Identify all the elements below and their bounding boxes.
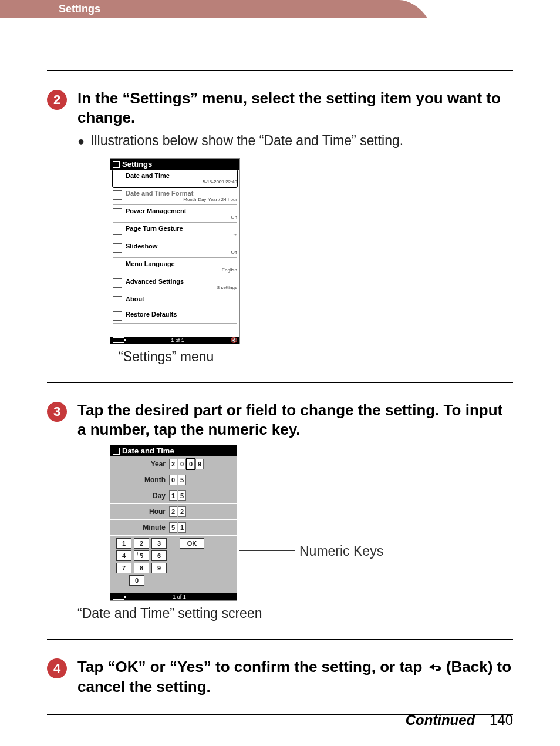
step-3-caption: “Date and Time” setting screen [77,606,513,621]
settings-row-icon [113,296,122,305]
datetime-label: Day [110,492,169,500]
digit-cell[interactable]: 0 [187,459,195,469]
datetime-row-day[interactable]: Day15 [110,488,237,504]
digit-cell[interactable]: 1 [178,522,186,533]
settings-pager: 1 of 1 [171,337,184,343]
key-6[interactable]: 6 [151,550,167,561]
key-ok[interactable]: OK [180,538,204,549]
digit-cell[interactable]: 0 [178,459,186,469]
settings-row-name: Advanced Settings [126,278,237,285]
bullet-dot: ● [77,133,85,149]
key-7[interactable]: 7 [116,563,131,573]
key-9[interactable]: 9 [151,563,167,573]
datetime-row-year[interactable]: Year2009 [110,456,237,472]
settings-row[interactable]: Date and Time5-15-2009 22:40 [113,170,237,187]
step-2-bullet: Illustrations below show the “Date and T… [90,133,403,149]
step-3-badge: 3 [47,402,67,422]
battery-icon [113,594,124,600]
settings-row-value: → [126,232,237,237]
step-4-title-a: Tap “OK” or “Yes” to confirm the setting… [77,658,427,676]
datetime-label: Hour [110,508,169,516]
settings-row-name: Power Management [126,207,237,214]
datetime-fields: Year2009Month05Day15Hour22Minute51 [110,456,237,536]
leader-line [239,550,295,551]
settings-row[interactable]: Advanced Settings8 settings [113,275,237,293]
key-1[interactable]: 1 [116,538,131,549]
settings-row-value: 8 settings [126,285,237,290]
settings-row-value: On [126,214,237,220]
back-icon [427,658,442,678]
settings-row-name: About [126,295,237,303]
digit-cell[interactable]: 2 [169,506,177,517]
settings-row-icon [113,190,122,200]
settings-titlebar-label: Settings [122,160,152,169]
datetime-label: Minute [110,523,169,532]
settings-row-value: 5-15-2009 22:40 [126,179,237,184]
settings-row[interactable]: Page Turn Gesture→ [113,223,237,240]
settings-row-value: Off [126,250,237,255]
settings-row-name: Date and Time [126,172,237,179]
step-2-badge: 2 [47,90,67,110]
continued-label: Continued [406,712,475,728]
settings-row-icon [113,311,122,321]
settings-titlebar: Settings [110,159,239,170]
settings-row-icon [113,226,122,235]
screenshot-settings-menu: Settings Date and Time5-15-2009 22:40Dat… [110,158,240,344]
key-0[interactable]: 0 [129,575,144,586]
settings-row[interactable]: SlideshowOff [113,240,237,258]
settings-list: Date and Time5-15-2009 22:40Date and Tim… [110,170,239,324]
page-footer: Continued 140 [406,712,513,728]
page-number: 140 [490,712,513,728]
digit-cell[interactable]: 0 [169,475,177,485]
datetime-row-month[interactable]: Month05 [110,472,237,488]
header-tab-bar: Settings [0,0,560,18]
key-3[interactable]: 3 [151,538,167,549]
step-2: 2 In the “Settings” menu, select the set… [47,89,513,383]
step-2-title: In the “Settings” menu, select the setti… [77,89,513,127]
numeric-keys-label: Numeric Keys [299,543,383,559]
step-4: 4 Tap “OK” or “Yes” to confirm the setti… [47,657,513,715]
sound-icon: 🔇 [231,337,237,343]
datetime-pager: 1 of 1 [173,594,186,600]
settings-row-icon [113,208,122,217]
datetime-titlebar-label: Date and Time [122,446,174,455]
header-tab-label: Settings [59,3,100,15]
datetime-row-minute[interactable]: Minute51 [110,520,237,536]
settings-row-name: Page Turn Gesture [126,225,237,232]
settings-row[interactable]: Power ManagementOn [113,205,237,223]
screenshot-date-time: Date and Time Year2009Month05Day15Hour22… [110,445,237,601]
datetime-label: Month [110,476,169,484]
digit-cell[interactable]: 1 [169,490,177,501]
numeric-keypad: 1 2 3 OK 4 5 6 [110,536,237,590]
settings-row-icon [113,261,122,270]
settings-row[interactable]: Restore Defaults [113,308,237,324]
settings-row-value: Month-Day-Year / 24 hour [126,197,237,202]
settings-row-name: Menu Language [126,260,237,267]
key-4[interactable]: 4 [116,550,131,561]
step-3-title: Tap the desired part or field to change … [77,401,513,439]
datetime-label: Year [110,460,169,468]
settings-row[interactable]: Date and Time FormatMonth-Day-Year / 24 … [113,187,237,205]
settings-statusbar: 1 of 1 🔇 [110,337,239,344]
key-8[interactable]: 8 [134,563,149,573]
datetime-statusbar: 1 of 1 [110,593,237,600]
digit-cell[interactable]: 5 [178,490,186,501]
digit-cell[interactable]: 9 [195,459,204,469]
settings-row-icon [113,173,122,182]
settings-row-name: Slideshow [126,243,237,250]
key-5[interactable]: 5 [134,550,149,561]
battery-icon [113,337,124,343]
digit-cell[interactable]: 5 [169,522,177,533]
step-3: 3 Tap the desired part or field to chang… [47,401,513,640]
settings-row[interactable]: Menu LanguageEnglish [113,258,237,275]
digit-cell[interactable]: 5 [178,475,186,485]
key-2[interactable]: 2 [134,538,149,549]
settings-row-name: Date and Time Format [126,190,237,197]
digit-cell[interactable]: 2 [169,459,177,469]
settings-row-icon [113,243,122,253]
datetime-row-hour[interactable]: Hour22 [110,504,237,520]
digit-cell[interactable]: 2 [178,506,186,517]
step-4-title: Tap “OK” or “Yes” to confirm the setting… [77,657,513,697]
step-4-badge: 4 [47,658,67,678]
settings-row[interactable]: About [113,293,237,308]
